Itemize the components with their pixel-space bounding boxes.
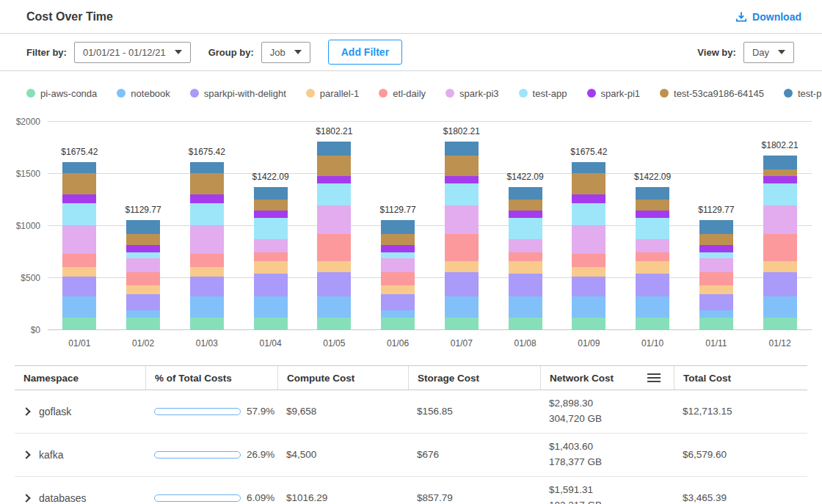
table-row-goflask[interactable]: goflask57.9%$9,658$156.85$2,898.30304,72… — [15, 390, 807, 434]
group-by-select[interactable]: Job — [261, 42, 310, 63]
legend-item-test-pkix[interactable]: test-pkix — [784, 88, 822, 99]
stacked-bar-01/03[interactable] — [190, 162, 224, 330]
percent-cell: 6.09% — [145, 486, 277, 504]
table-row-databases[interactable]: databases6.09%$1016.29$857.79$1,591.3110… — [15, 477, 807, 504]
bar-segment-pi-aws-conda — [572, 318, 605, 330]
y-axis-label: $500 — [21, 273, 40, 283]
network-cost-cell: $2,898.30304,720 GB — [540, 390, 674, 433]
legend-item-notebook[interactable]: notebook — [117, 88, 170, 99]
legend-dot-icon — [784, 89, 793, 98]
stacked-bar-01/04[interactable] — [254, 187, 288, 330]
bar-segment-sparkpi-with-delight — [763, 272, 797, 297]
view-by-value: Day — [752, 47, 769, 58]
percent-value: 26.9% — [247, 449, 274, 460]
page-header: Cost Over Time Download — [0, 0, 822, 34]
chevron-right-icon[interactable] — [22, 450, 30, 459]
bar-segment-test-app — [190, 203, 224, 225]
bar-segment-spark-pi3 — [699, 258, 733, 272]
bar-segment-spark-pi3 — [126, 258, 160, 272]
bar-segment-test-app — [763, 183, 797, 205]
legend-item-parallel-1[interactable]: parallel-1 — [306, 88, 359, 99]
legend-dot-icon — [445, 89, 454, 98]
legend-dot-icon — [379, 89, 388, 98]
stacked-bar-01/01[interactable] — [62, 162, 96, 330]
stacked-bar-01/11[interactable] — [699, 220, 733, 330]
legend-item-test-app[interactable]: test-app — [519, 88, 567, 99]
bar-segment-notebook — [62, 296, 96, 317]
group-by-label: Group by: — [208, 47, 254, 58]
legend-item-pi-aws-conda[interactable]: pi-aws-conda — [26, 88, 97, 99]
legend-item-label: test-pkix — [798, 88, 822, 99]
download-icon — [735, 11, 747, 23]
stacked-bar-01/12[interactable] — [763, 156, 797, 330]
bar-segment-test-53ca9186-64145 — [572, 173, 605, 194]
legend-dot-icon — [26, 89, 35, 98]
bar-segment-spark-pi1 — [572, 194, 605, 203]
compute-cost-cell: $1016.29 — [277, 486, 408, 504]
bar-slot-01/03: $1675.4201/03 — [175, 122, 239, 330]
column-header-percent: % of Total Costs — [145, 366, 277, 390]
bar-value-label: $1422.09 — [252, 172, 289, 182]
bar-segment-sparkpi-with-delight — [381, 294, 415, 310]
storage-cost-cell: $156.85 — [408, 400, 540, 423]
bar-segment-test-53ca9186-64145 — [763, 169, 797, 176]
view-by-select[interactable]: Day — [743, 42, 794, 63]
bar-value-label: $1675.42 — [61, 147, 98, 157]
stacked-bar-01/07[interactable] — [445, 142, 479, 330]
stacked-bar-01/02[interactable] — [126, 220, 160, 330]
bar-segment-spark-pi1 — [381, 245, 415, 252]
x-axis-label: 01/01 — [68, 338, 90, 348]
download-button[interactable]: Download — [735, 11, 801, 23]
stacked-bar-01/08[interactable] — [509, 187, 542, 330]
bar-segment-notebook — [317, 296, 351, 317]
bar-segment-test-pkix — [190, 162, 224, 173]
x-axis-label: 01/11 — [705, 338, 727, 348]
bar-segment-etl-daily — [699, 272, 733, 286]
bar-segment-sparkpi-with-delight — [636, 274, 669, 297]
table-row-kafka[interactable]: kafka26.9%$4,500$676$1,403.60178,377 GB$… — [15, 434, 807, 477]
compute-cost-cell: $4,500 — [277, 443, 408, 466]
date-range-select[interactable]: 01/01/21 - 01/12/21 — [74, 42, 191, 63]
stacked-bar-01/10[interactable] — [636, 187, 669, 330]
table-body: goflask57.9%$9,658$156.85$2,898.30304,72… — [15, 390, 807, 504]
bar-segment-test-53ca9186-64145 — [381, 234, 415, 245]
bar-segment-pi-aws-conda — [763, 318, 797, 330]
y-axis-label: $1500 — [16, 169, 40, 179]
stacked-bar-01/05[interactable] — [317, 142, 351, 330]
chevron-right-icon[interactable] — [22, 494, 30, 502]
bar-slot-01/07: $1802.2101/07 — [430, 122, 494, 330]
legend-item-spark-pi1[interactable]: spark-pi1 — [587, 88, 640, 99]
bar-segment-spark-pi3 — [445, 205, 479, 234]
legend-item-etl-daily[interactable]: etl-daily — [379, 88, 426, 99]
bar-slot-01/06: $1129.7701/06 — [366, 122, 430, 330]
menu-icon[interactable] — [647, 373, 661, 382]
bar-value-label: $1802.21 — [443, 126, 480, 136]
bar-segment-test-pkix — [699, 220, 733, 234]
percent-value: 6.09% — [247, 492, 274, 503]
legend-item-sparkpi-with-delight[interactable]: sparkpi-with-delight — [190, 88, 286, 99]
bar-segment-spark-pi3 — [509, 239, 542, 253]
bar-segment-pi-aws-conda — [317, 318, 351, 330]
bar-slot-01/11: $1129.7701/11 — [685, 122, 749, 330]
x-axis-label: 01/02 — [132, 338, 154, 348]
x-axis-label: 01/05 — [323, 338, 345, 348]
add-filter-button[interactable]: Add Filter — [328, 40, 402, 65]
percent-progress-bar — [154, 408, 241, 415]
x-axis-label: 01/06 — [387, 338, 409, 348]
total-cost-cell: $6,579.60 — [674, 443, 807, 466]
bar-segment-spark-pi3 — [317, 205, 351, 234]
bar-segment-test-53ca9186-64145 — [445, 156, 479, 176]
legend-item-spark-pi3[interactable]: spark-pi3 — [445, 88, 498, 99]
bar-segment-test-pkix — [126, 220, 160, 234]
cost-over-time-chart: $0$500$1000$1500$2000$1675.4201/01$1129.… — [12, 122, 812, 357]
chevron-right-icon[interactable] — [22, 407, 30, 415]
legend-item-label: test-53ca9186-64145 — [674, 88, 764, 99]
network-cost-value: $1,403.60 — [549, 439, 665, 455]
legend-item-test-53ca9186-64145[interactable]: test-53ca9186-64145 — [660, 88, 764, 99]
stacked-bar-01/09[interactable] — [572, 162, 605, 330]
stacked-bar-01/06[interactable] — [381, 220, 415, 330]
bar-segment-test-pkix — [317, 142, 351, 156]
column-header-namespace: Namespace — [15, 366, 145, 390]
filter-by-label: Filter by: — [26, 47, 67, 58]
network-gb-value: 304,720 GB — [549, 412, 665, 427]
